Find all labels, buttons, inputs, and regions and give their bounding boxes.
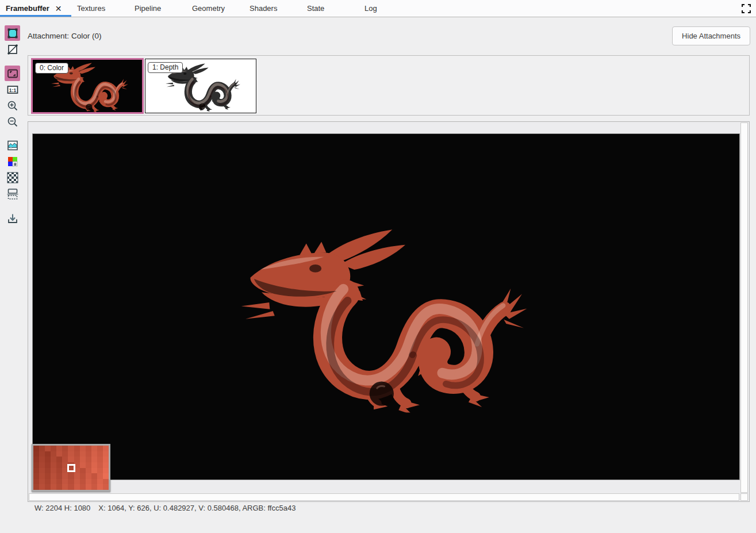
magnifier-pixel — [91, 484, 97, 490]
magnifier-pixel — [45, 451, 51, 457]
magnifier-pixel — [97, 479, 103, 485]
magnifier-pixel — [51, 457, 56, 462]
magnifier-pixel — [86, 457, 91, 462]
magnifier-pixel — [74, 484, 80, 490]
magnifier-pixel — [86, 484, 91, 490]
magnifier-pixel — [51, 446, 56, 451]
magnifier-pixel — [103, 451, 109, 457]
status-size-text: W: 2204 H: 1080 — [34, 504, 90, 512]
thumbnail-badge: 0: Color — [35, 63, 68, 74]
zoom-out-icon — [7, 116, 18, 128]
magnifier-pixel — [91, 468, 97, 474]
magnifier-pixel — [45, 446, 51, 451]
magnifier-pixel — [68, 479, 74, 485]
fullscreen-button[interactable] — [742, 4, 751, 13]
magnifier-pixel — [62, 446, 68, 451]
magnifier-pixel — [80, 479, 86, 485]
attachment-thumbnail-strip: 0: Color 1: Depth — [28, 55, 750, 116]
magnifier-pixel — [91, 457, 97, 462]
magnifier-pixel — [80, 451, 86, 457]
hide-attachments-button[interactable]: Hide Attachments — [672, 26, 750, 45]
magnifier-pixel — [51, 451, 56, 457]
magnifier-pixel — [80, 468, 86, 474]
magnifier-pixel — [68, 473, 74, 479]
magnifier-pixel — [62, 479, 68, 485]
zoom-to-fit-button[interactable] — [5, 66, 20, 81]
magnifier-pixel — [39, 457, 45, 462]
magnifier-pixel — [39, 473, 45, 479]
magnifier-pixel — [33, 446, 39, 451]
magnifier-pixel — [62, 484, 68, 490]
tab-log[interactable]: Log — [359, 0, 416, 17]
magnifier-pixel — [39, 484, 45, 490]
magnifier-pixel — [68, 457, 74, 462]
magnifier-pixel — [45, 479, 51, 485]
magnifier-pixel — [97, 451, 103, 457]
magnifier-pixel — [74, 451, 80, 457]
magnifier-pixel — [62, 457, 68, 462]
magnifier-pixel — [51, 484, 56, 490]
magnifier-pixel — [103, 479, 109, 485]
flip-vertically-button[interactable] — [5, 186, 20, 201]
zoom-out-button[interactable] — [5, 114, 20, 129]
magnifier-pixel — [86, 479, 91, 485]
magnifier-pixel — [103, 473, 109, 479]
magnifier-pixel — [97, 457, 103, 462]
checkerboard-background-icon — [7, 172, 18, 183]
framebuffer-image[interactable] — [32, 133, 740, 480]
tab-framebuffer[interactable]: Framebuffer ✕ — [0, 0, 71, 17]
tab-textures[interactable]: Textures — [71, 0, 129, 17]
fullscreen-icon — [742, 4, 751, 13]
dragon-render — [224, 210, 527, 421]
save-button[interactable] — [5, 210, 20, 226]
tab-pipeline[interactable]: Pipeline — [129, 0, 186, 17]
attachment-header: Attachment:Color (0) Hide Attachments — [28, 25, 750, 47]
color-channels-icon — [7, 156, 18, 167]
magnifier-pixel — [45, 462, 51, 468]
depth-buffer-button[interactable] — [5, 41, 20, 57]
magnifier-pixel — [80, 462, 86, 468]
color-buffer-button[interactable] — [5, 25, 20, 41]
magnifier-pixel — [51, 473, 56, 479]
magnifier-pixel — [56, 446, 62, 451]
magnifier-pixel — [91, 446, 97, 451]
magnifier-pixel — [97, 484, 103, 490]
zoom-in-button[interactable] — [5, 98, 20, 113]
magnifier-pixel — [33, 451, 39, 457]
magnifier-pixel — [97, 462, 103, 468]
tab-label: Framebuffer — [6, 0, 49, 17]
tab-shaders[interactable]: Shaders — [244, 0, 301, 17]
magnifier-pixel — [103, 446, 109, 451]
color-channels-button[interactable] — [5, 154, 20, 169]
tab-close-icon[interactable]: ✕ — [55, 5, 62, 13]
magnifier-pixel — [86, 451, 91, 457]
attachment-thumbnail-color[interactable]: 0: Color — [31, 58, 144, 114]
tab-geometry[interactable]: Geometry — [186, 0, 244, 17]
magnifier-pixel — [62, 451, 68, 457]
image-toolbar: 1:1 — [0, 17, 28, 533]
magnifier-pixel — [45, 473, 51, 479]
magnifier-pixel — [91, 473, 97, 479]
zoom-to-fit-icon — [7, 68, 18, 79]
attachment-thumbnail-depth[interactable]: 1: Depth — [145, 59, 256, 113]
magnifier-pixel — [97, 473, 103, 479]
magnifier-pixel — [91, 451, 97, 457]
vertical-scrollbar[interactable] — [740, 122, 748, 493]
tab-state[interactable]: State — [301, 0, 359, 17]
magnifier-pixel — [74, 457, 80, 462]
zoom-actual-button[interactable]: 1:1 — [5, 82, 20, 97]
magnifier-pixel — [103, 457, 109, 462]
magnifier-pixel — [33, 462, 39, 468]
thumbnail-badge: 1: Depth — [148, 62, 183, 73]
magnifier-pixel — [86, 462, 91, 468]
horizontal-scrollbar[interactable] — [29, 493, 739, 501]
magnifier-pixel — [103, 468, 109, 474]
magnifier-pixel — [80, 446, 86, 451]
status-bar: W: 2204 H: 1080X: 1064, Y: 626, U: 0.482… — [28, 504, 756, 515]
magnifier-pixel — [68, 484, 74, 490]
checkerboard-background-button[interactable] — [5, 170, 20, 185]
magnifier-pixel — [33, 479, 39, 485]
magnifier-pixel — [91, 479, 97, 485]
magnifier-pixel — [80, 484, 86, 490]
histogram-button[interactable] — [5, 137, 20, 153]
